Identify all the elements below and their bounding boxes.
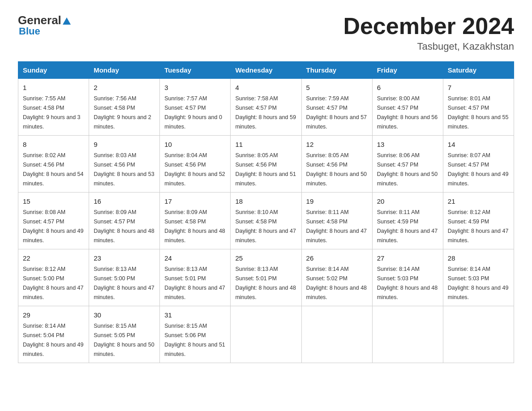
location-text: Tasbuget, Kazakhstan: [343, 41, 514, 52]
calendar-cell: 29Sunrise: 8:14 AMSunset: 5:04 PMDayligh…: [18, 306, 89, 363]
header-friday: Friday: [372, 62, 443, 79]
header-saturday: Saturday: [443, 62, 514, 79]
day-number: 11: [235, 139, 296, 150]
day-info: Sunrise: 8:12 AMSunset: 5:00 PMDaylight:…: [23, 266, 84, 300]
week-row-3: 15Sunrise: 8:08 AMSunset: 4:57 PMDayligh…: [18, 193, 514, 249]
svg-marker-0: [63, 17, 71, 25]
calendar-cell: 27Sunrise: 8:14 AMSunset: 5:03 PMDayligh…: [372, 249, 443, 306]
calendar-cell: 25Sunrise: 8:13 AMSunset: 5:01 PMDayligh…: [231, 249, 301, 306]
day-number: 14: [448, 139, 509, 150]
calendar-cell: 16Sunrise: 8:09 AMSunset: 4:57 PMDayligh…: [89, 193, 160, 249]
day-number: 18: [235, 196, 296, 206]
day-info: Sunrise: 8:13 AMSunset: 5:01 PMDaylight:…: [164, 266, 225, 300]
calendar-table: SundayMondayTuesdayWednesdayThursdayFrid…: [18, 61, 514, 363]
logo: General Blue: [18, 13, 71, 37]
calendar-cell: [301, 306, 372, 363]
calendar-cell: 17Sunrise: 8:09 AMSunset: 4:58 PMDayligh…: [160, 193, 231, 249]
calendar-cell: [372, 306, 443, 363]
calendar-cell: 23Sunrise: 8:13 AMSunset: 5:00 PMDayligh…: [89, 249, 160, 306]
day-number: 25: [235, 253, 296, 263]
day-info: Sunrise: 8:07 AMSunset: 4:57 PMDaylight:…: [448, 152, 509, 187]
day-number: 5: [306, 82, 368, 93]
day-info: Sunrise: 8:06 AMSunset: 4:57 PMDaylight:…: [377, 152, 438, 187]
day-info: Sunrise: 8:14 AMSunset: 5:04 PMDaylight:…: [23, 323, 84, 357]
calendar-cell: 2Sunrise: 7:56 AMSunset: 4:58 PMDaylight…: [89, 79, 160, 136]
calendar-cell: 7Sunrise: 8:01 AMSunset: 4:57 PMDaylight…: [443, 79, 514, 136]
calendar-cell: 8Sunrise: 8:02 AMSunset: 4:56 PMDaylight…: [18, 136, 89, 193]
day-number: 8: [23, 139, 84, 150]
day-number: 28: [448, 253, 509, 263]
day-number: 4: [235, 82, 296, 93]
day-info: Sunrise: 8:14 AMSunset: 5:03 PMDaylight:…: [377, 266, 438, 300]
day-number: 16: [94, 196, 155, 206]
day-number: 29: [23, 310, 84, 320]
header-sunday: Sunday: [18, 62, 89, 79]
week-row-5: 29Sunrise: 8:14 AMSunset: 5:04 PMDayligh…: [18, 306, 514, 363]
calendar-cell: 19Sunrise: 8:11 AMSunset: 4:58 PMDayligh…: [301, 193, 372, 249]
day-number: 10: [164, 139, 226, 150]
day-number: 19: [306, 196, 368, 206]
day-number: 31: [164, 310, 226, 320]
logo-blue-text: Blue: [18, 26, 40, 37]
week-row-4: 22Sunrise: 8:12 AMSunset: 5:00 PMDayligh…: [18, 249, 514, 306]
title-area: December 2024 Tasbuget, Kazakhstan: [343, 13, 514, 52]
day-info: Sunrise: 8:04 AMSunset: 4:56 PMDaylight:…: [164, 152, 225, 187]
day-info: Sunrise: 7:58 AMSunset: 4:57 PMDaylight:…: [235, 95, 296, 130]
day-number: 9: [94, 139, 155, 150]
day-number: 23: [94, 253, 155, 263]
calendar-cell: 31Sunrise: 8:15 AMSunset: 5:06 PMDayligh…: [160, 306, 231, 363]
day-info: Sunrise: 8:03 AMSunset: 4:56 PMDaylight:…: [94, 152, 154, 187]
calendar-cell: 20Sunrise: 8:11 AMSunset: 4:59 PMDayligh…: [372, 193, 443, 249]
day-number: 24: [164, 253, 226, 263]
calendar-header-row: SundayMondayTuesdayWednesdayThursdayFrid…: [18, 62, 514, 79]
calendar-cell: 4Sunrise: 7:58 AMSunset: 4:57 PMDaylight…: [231, 79, 301, 136]
calendar-cell: 15Sunrise: 8:08 AMSunset: 4:57 PMDayligh…: [18, 193, 89, 249]
week-row-2: 8Sunrise: 8:02 AMSunset: 4:56 PMDaylight…: [18, 136, 514, 193]
day-number: 15: [23, 196, 84, 206]
day-info: Sunrise: 8:02 AMSunset: 4:56 PMDaylight:…: [23, 152, 84, 187]
month-title: December 2024: [343, 13, 514, 39]
calendar-cell: 14Sunrise: 8:07 AMSunset: 4:57 PMDayligh…: [443, 136, 514, 193]
calendar-cell: 12Sunrise: 8:05 AMSunset: 4:56 PMDayligh…: [301, 136, 372, 193]
day-number: 6: [377, 82, 438, 93]
calendar-cell: 3Sunrise: 7:57 AMSunset: 4:57 PMDaylight…: [160, 79, 231, 136]
day-info: Sunrise: 8:05 AMSunset: 4:56 PMDaylight:…: [235, 152, 296, 187]
day-info: Sunrise: 8:08 AMSunset: 4:57 PMDaylight:…: [23, 209, 84, 244]
header-thursday: Thursday: [301, 62, 372, 79]
day-info: Sunrise: 8:14 AMSunset: 5:02 PMDaylight:…: [306, 266, 367, 300]
day-number: 3: [164, 82, 226, 93]
calendar-cell: 11Sunrise: 8:05 AMSunset: 4:56 PMDayligh…: [231, 136, 301, 193]
calendar-cell: 21Sunrise: 8:12 AMSunset: 4:59 PMDayligh…: [443, 193, 514, 249]
day-info: Sunrise: 8:09 AMSunset: 4:58 PMDaylight:…: [164, 209, 225, 244]
day-number: 30: [94, 310, 155, 320]
calendar-cell: 22Sunrise: 8:12 AMSunset: 5:00 PMDayligh…: [18, 249, 89, 306]
header-monday: Monday: [89, 62, 160, 79]
calendar-cell: 18Sunrise: 8:10 AMSunset: 4:58 PMDayligh…: [231, 193, 301, 249]
day-number: 26: [306, 253, 368, 263]
day-info: Sunrise: 8:12 AMSunset: 4:59 PMDaylight:…: [448, 209, 509, 244]
day-number: 1: [23, 82, 84, 93]
calendar-cell: [231, 306, 301, 363]
day-number: 27: [377, 253, 438, 263]
calendar-cell: 9Sunrise: 8:03 AMSunset: 4:56 PMDaylight…: [89, 136, 160, 193]
calendar-cell: 28Sunrise: 8:14 AMSunset: 5:03 PMDayligh…: [443, 249, 514, 306]
day-info: Sunrise: 8:00 AMSunset: 4:57 PMDaylight:…: [377, 95, 438, 130]
logo-triangle-icon: [63, 17, 71, 25]
day-info: Sunrise: 8:10 AMSunset: 4:58 PMDaylight:…: [235, 209, 296, 244]
day-number: 17: [164, 196, 226, 206]
day-info: Sunrise: 8:01 AMSunset: 4:57 PMDaylight:…: [448, 95, 509, 130]
day-number: 2: [94, 82, 155, 93]
day-info: Sunrise: 7:56 AMSunset: 4:58 PMDaylight:…: [94, 95, 151, 130]
day-info: Sunrise: 7:59 AMSunset: 4:57 PMDaylight:…: [306, 95, 367, 130]
calendar-cell: 24Sunrise: 8:13 AMSunset: 5:01 PMDayligh…: [160, 249, 231, 306]
calendar-cell: 30Sunrise: 8:15 AMSunset: 5:05 PMDayligh…: [89, 306, 160, 363]
day-info: Sunrise: 7:57 AMSunset: 4:57 PMDaylight:…: [164, 95, 222, 130]
day-number: 20: [377, 196, 438, 206]
page-header: General Blue December 2024 Tasbuget, Kaz…: [18, 13, 514, 52]
day-info: Sunrise: 8:11 AMSunset: 4:58 PMDaylight:…: [306, 209, 367, 244]
day-info: Sunrise: 8:13 AMSunset: 5:00 PMDaylight:…: [94, 266, 154, 300]
day-number: 7: [448, 82, 509, 93]
day-info: Sunrise: 7:55 AMSunset: 4:58 PMDaylight:…: [23, 95, 81, 130]
day-info: Sunrise: 8:15 AMSunset: 5:05 PMDaylight:…: [94, 323, 154, 357]
day-number: 12: [306, 139, 368, 150]
